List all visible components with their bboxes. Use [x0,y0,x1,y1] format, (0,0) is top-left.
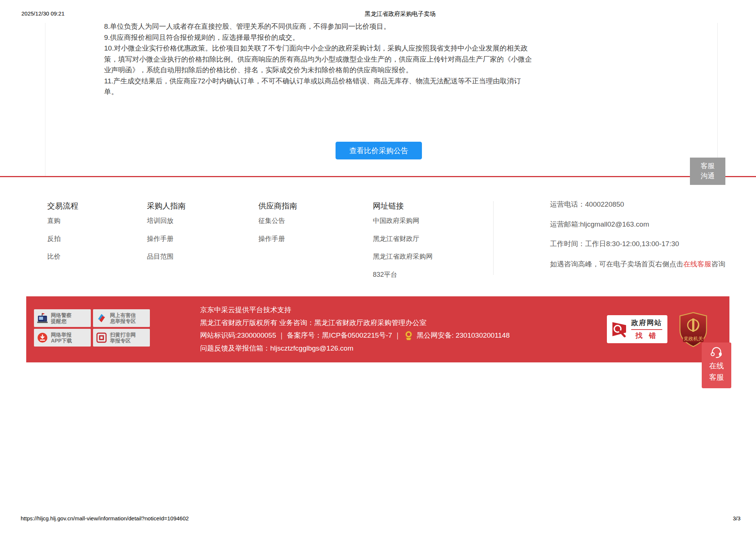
rule-item-11: 11.产生成交结果后，供应商应72小时内确认订单，不可不确认订单或以商品价格错误… [104,76,532,97]
print-page-url: https://hljcg.hlj.gov.cn/mall-view/infor… [21,515,189,521]
service-tip-suffix: 咨询 [711,260,725,268]
security-filing-text[interactable]: 黑公网安备: 23010302001148 [417,331,510,339]
footer-link-price-comparison[interactable]: 比价 [47,248,78,266]
working-hours: 工作时间：工作日8:30-12:00,13:00-17:30 [550,234,727,254]
footer-link-hlj-finance-dept[interactable]: 黑龙江省财政厅 [373,230,433,248]
customer-service-tab[interactable]: 客服 沟通 [690,158,725,185]
service-tip: 如遇咨询高峰，可在电子卖场首页右侧点击在线客服咨询 [550,258,727,271]
footer-link-direct-purchase[interactable]: 直购 [47,212,78,230]
customer-service-tab-line1: 客服 [690,161,725,171]
feedback-mailbox-line: 问题反馈及举报信箱：hljscztzfcgglbgs@126.com [200,342,510,355]
footer-column-trade-process: 交易流程 直购 反拍 比价 [47,200,78,266]
footer-bar-text: 京东中采云提供平台技术支持 黑龙江省财政厅版权所有 业务咨询：黑龙江省财政厅政府… [200,304,510,355]
badge-anti-pornography-report[interactable]: 扫黄打非网 举报专区 [93,329,150,347]
footer-vertical-divider [493,201,494,275]
footer-link-hlj-gov-procurement[interactable]: 黑龙江省政府采购网 [373,248,433,266]
badge-label-line1: 网络警察 [51,312,72,318]
badge-label-line2: 举报专区 [110,338,136,344]
badge-harmful-info-report[interactable]: 网上有害信 息举报专区 [93,309,150,327]
badge-cyber-police[interactable]: 网络警察 提醒您 [34,309,91,327]
badge-label: 扫黄打非网 举报专区 [110,332,136,344]
badge-label-line1: 扫黄打非网 [110,332,136,338]
badge-report-app-download[interactable]: 网络举报 APP下载 [34,329,91,347]
error-badge-line1: 政府网站 [631,318,662,328]
error-badge-text: 政府网站 找 错 [631,318,662,341]
rules-text: 8.单位负责人为同一人或者存在直接控股、管理关系的不同供应商，不得参加同一比价项… [104,21,532,97]
print-page-indicator: 3/3 [733,515,740,521]
footer-column-website-links: 网址链接 中国政府采购网 黑龙江省财政厅 黑龙江省政府采购网 832平台 [373,200,433,283]
harmful-info-report-icon [96,312,107,324]
tech-support-line: 京东中采云提供平台技术支持 [200,304,510,317]
service-tip-text: 如遇咨询高峰，可在电子卖场首页右侧点击 [550,260,683,268]
badge-label-line1: 网上有害信 [110,312,136,318]
badge-label: 网络警察 提醒您 [51,312,72,324]
report-badges-grid: 网络警察 提醒您 网上有害信 息举报专区 [34,309,150,347]
online-service-link[interactable]: 在线客服 [683,260,711,268]
badge-label: 网上有害信 息举报专区 [110,312,136,324]
footer-link-832-platform[interactable]: 832平台 [373,266,433,284]
contact-info: 运营电话：4000220850 运营邮箱:hljcgmall02@163.com… [550,194,727,271]
operation-email: 运营邮箱:hljcgmall02@163.com [550,214,727,234]
error-badge-line2: 找 错 [631,331,662,341]
party-government-organ-badge[interactable]: 党政机关 [678,312,708,347]
badge-label-line2: 提醒您 [51,318,72,324]
online-service-widget[interactable]: 在线 客服 [702,342,731,388]
shield-badge-label: 党政机关 [684,336,703,341]
footer-column-buyer-guide: 采购人指南 培训回放 操作手册 品目范围 [147,200,186,266]
footer-column-title: 网址链接 [373,200,433,212]
error-badge-divider [631,329,662,330]
footer-column-title: 供应商指南 [258,200,297,212]
anti-pornography-seal-icon [96,332,107,344]
print-preview-page: 2025/12/30 09:21 黑龙江省政府采购电子卖场 8.单位负责人为同一… [0,0,756,534]
rule-item-9: 9.供应商报价相同且符合报价规则的，应选择最早报价的成交。 [104,32,532,43]
footer-column-title: 采购人指南 [147,200,186,212]
footer-link-operation-manual[interactable]: 操作手册 [147,230,186,248]
footer-link-ccgp[interactable]: 中国政府采购网 [373,212,433,230]
footer-link-reverse-auction[interactable]: 反拍 [47,230,78,248]
rule-item-10: 10.对小微企业实行价格优惠政策。比价项目如关联了不专门面向中小企业的政府采购计… [104,43,532,76]
headset-icon [709,346,724,359]
copyright-line: 黑龙江省财政厅版权所有 业务咨询：黑龙江省财政厅政府采购管理办公室 [200,317,510,330]
cyber-police-icon [37,312,48,324]
party-government-shield-icon: 党政机关 [678,312,708,347]
footer-link-training-replay[interactable]: 培训回放 [147,212,186,230]
page-title: 黑龙江省政府采购电子卖场 [44,10,756,18]
gov-website-error-report-badge[interactable]: 政府网站 找 错 [606,314,668,344]
footer-link-collection-notice[interactable]: 征集公告 [258,212,297,230]
customer-service-tab-line2: 沟通 [690,171,725,181]
red-footer-bar: 网络警察 提醒您 网上有害信 息举报专区 [26,296,729,362]
footer-link-category-scope[interactable]: 品目范围 [147,248,186,266]
icp-left-text: 网站标识码:2300000055 ｜ 备案序号：黑ICP备05002215号-7… [200,331,401,339]
flag-magnifier-icon [609,320,629,339]
footer-column-supplier-guide: 供应商指南 征集公告 操作手册 [258,200,297,248]
content-left-border [45,23,45,176]
online-service-line2: 客服 [702,372,731,383]
red-divider-line [0,176,756,177]
footer-column-title: 交易流程 [47,200,78,212]
badge-label-line2: 息举报专区 [110,318,136,324]
icp-line: 网站标识码:2300000055 ｜ 备案序号：黑ICP备05002215号-7… [200,329,510,342]
view-price-comparison-notice-button[interactable]: 查看比价采购公告 [336,142,422,159]
online-service-line1: 在线 [702,360,731,372]
badge-label-line2: APP下载 [51,338,72,344]
operation-phone: 运营电话：4000220850 [550,194,727,214]
badge-label-line1: 网络举报 [51,332,72,338]
content-right-border [717,23,718,176]
app-download-icon [37,332,48,344]
rule-item-8: 8.单位负责人为同一人或者存在直接控股、管理关系的不同供应商，不得参加同一比价项… [104,21,532,32]
footer-link-operation-manual[interactable]: 操作手册 [258,230,297,248]
public-security-emblem-icon [405,331,413,340]
badge-label: 网络举报 APP下载 [51,332,72,344]
